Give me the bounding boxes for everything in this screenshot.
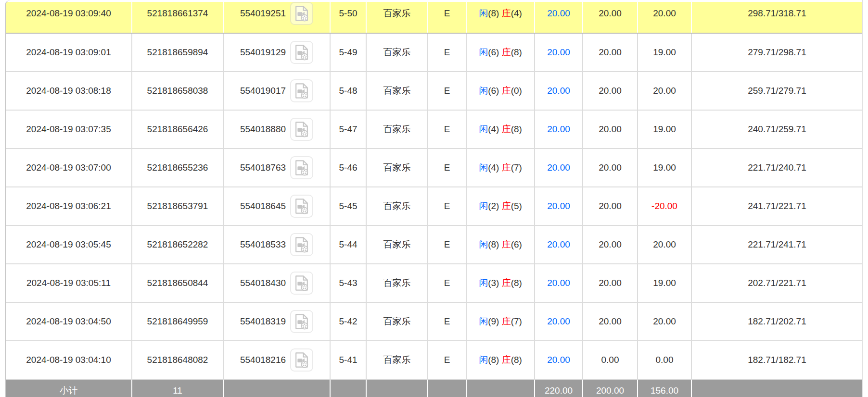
video-replay-button[interactable] (290, 310, 313, 333)
cell-bet-id: 521818648082 (132, 341, 223, 379)
player-result-value: (6) (488, 86, 499, 96)
cell-time: 2024-08-19 03:08:18 (6, 72, 132, 110)
player-result-value: (6) (488, 47, 499, 57)
cell-win-loss: 19.00 (638, 33, 691, 72)
cell-game-id: 554018645 (223, 187, 330, 225)
valid-bet-amount: 20.00 (547, 47, 570, 57)
subtotal-empty-cell (466, 379, 535, 397)
banker-result-label: 庄 (502, 355, 511, 365)
cell-game-type: 百家乐 (366, 302, 428, 341)
cell-time: 2024-08-19 03:09:01 (6, 33, 132, 72)
cell-bet-amount: 20.00 (583, 2, 638, 33)
table-row[interactable]: 2024-08-19 03:07:35 521818656426 5540188… (6, 110, 862, 149)
win-loss-amount: 19.00 (653, 278, 676, 288)
bet-time: 2024-08-19 03:08:18 (26, 86, 111, 96)
cell-round: 5-48 (330, 72, 366, 110)
bet-id: 521818655236 (147, 162, 208, 173)
table-row[interactable]: 2024-08-19 03:04:50 521818649959 5540183… (6, 302, 862, 341)
banker-result-value: (0) (511, 86, 522, 96)
player-result-value: (4) (488, 124, 499, 134)
table-row[interactable]: 2024-08-19 03:08:18 521818658038 5540190… (6, 72, 862, 110)
game-type: 百家乐 (383, 124, 411, 134)
game-type: 百家乐 (383, 355, 411, 365)
cell-table-code: E (428, 225, 466, 264)
round-number: 5-46 (339, 162, 357, 173)
cell-valid-bet: 20.00 (535, 149, 583, 187)
bet-amount: 20.00 (599, 239, 622, 249)
subtotal-valid-bet: 220.00 (535, 379, 583, 397)
win-loss-amount: 0.00 (656, 355, 674, 365)
banker-result-label: 庄 (502, 8, 511, 18)
banker-result-label: 庄 (502, 316, 511, 326)
banker-result-value: (6) (511, 239, 522, 249)
player-result-value: (8) (488, 8, 499, 18)
cell-bet-id: 521818655236 (132, 149, 223, 187)
table-row[interactable]: 2024-08-19 03:09:40 521818661374 5540192… (6, 2, 862, 33)
win-loss-amount: 20.00 (653, 8, 676, 18)
bet-id: 521818650844 (147, 278, 208, 288)
table-row[interactable]: 2024-08-19 03:04:10 521818648082 5540182… (6, 341, 862, 379)
video-replay-button[interactable] (290, 2, 313, 25)
game-type: 百家乐 (383, 162, 411, 173)
subtotal-empty-cell (223, 379, 330, 397)
video-replay-button[interactable] (290, 233, 313, 256)
cell-balance: 182.71/202.71 (691, 302, 862, 341)
banker-result-value: (8) (511, 124, 522, 134)
table-row[interactable]: 2024-08-19 03:05:11 521818650844 5540184… (6, 264, 862, 302)
video-replay-button[interactable] (290, 272, 313, 295)
cell-result: 闲(9) 庄(7) (466, 302, 535, 341)
cell-round: 5-42 (330, 302, 366, 341)
table-row[interactable]: 2024-08-19 03:05:45 521818652282 5540185… (6, 225, 862, 264)
player-result-value: (9) (488, 316, 499, 326)
subtotal-label: 小计 (6, 379, 132, 397)
cell-table-code: E (428, 110, 466, 149)
cell-bet-id: 521818661374 (132, 2, 223, 33)
bet-id: 521818659894 (147, 47, 208, 57)
balance-after: 298.71/318.71 (748, 8, 806, 18)
cell-win-loss: 20.00 (638, 72, 691, 110)
win-loss-amount: 19.00 (653, 124, 676, 134)
cell-win-loss: 20.00 (638, 302, 691, 341)
player-result-label: 闲 (479, 355, 488, 365)
video-replay-button[interactable] (290, 156, 313, 179)
cell-game-id: 554018533 (223, 225, 330, 264)
cell-game-type: 百家乐 (366, 33, 428, 72)
video-replay-button[interactable] (290, 118, 313, 141)
video-replay-button[interactable] (290, 41, 313, 64)
valid-bet-amount: 20.00 (547, 316, 570, 326)
bet-id: 521818648082 (147, 355, 208, 365)
game-id: 554019017 (240, 86, 286, 96)
balance-after: 221.71/240.71 (748, 162, 806, 173)
balance-after: 202.71/221.71 (748, 278, 806, 288)
banker-result-value: (7) (511, 316, 522, 326)
round-number: 5-44 (339, 239, 357, 249)
video-replay-button[interactable] (290, 79, 313, 102)
banker-result-value: (7) (511, 162, 522, 173)
win-loss-amount: -20.00 (651, 201, 677, 211)
video-replay-button[interactable] (290, 348, 313, 372)
video-file-icon (292, 81, 311, 100)
video-replay-button[interactable] (290, 195, 313, 218)
cell-round: 5-49 (330, 33, 366, 72)
player-result-value: (3) (488, 278, 499, 288)
cell-round: 5-47 (330, 110, 366, 149)
banker-result-label: 庄 (502, 201, 511, 211)
table-row[interactable]: 2024-08-19 03:06:21 521818653791 5540186… (6, 187, 862, 225)
cell-balance: 221.71/241.71 (691, 225, 862, 264)
cell-round: 5-45 (330, 187, 366, 225)
table-row[interactable]: 2024-08-19 03:07:00 521818655236 5540187… (6, 149, 862, 187)
subtotal-bet-amount: 200.00 (583, 379, 638, 397)
banker-result-value: (8) (511, 355, 522, 365)
bet-id: 521818658038 (147, 86, 208, 96)
cell-valid-bet: 20.00 (535, 225, 583, 264)
game-type: 百家乐 (383, 86, 411, 96)
cell-result: 闲(6) 庄(8) (466, 33, 535, 72)
bet-time: 2024-08-19 03:09:01 (26, 47, 111, 57)
video-file-icon (292, 120, 311, 139)
cell-table-code: E (428, 33, 466, 72)
cell-result: 闲(3) 庄(8) (466, 264, 535, 302)
table-row[interactable]: 2024-08-19 03:09:01 521818659894 5540191… (6, 33, 862, 72)
cell-game-id: 554019251 (223, 2, 330, 33)
cell-table-code: E (428, 72, 466, 110)
bet-time: 2024-08-19 03:06:21 (26, 201, 111, 211)
